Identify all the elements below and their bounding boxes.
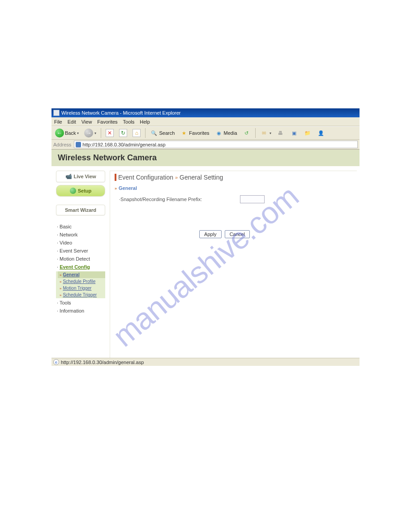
forward-arrow-icon: → (84, 129, 93, 137)
history-icon: ↺ (243, 129, 251, 137)
star-icon: ★ (180, 129, 188, 137)
app-icon (53, 110, 60, 116)
separator (101, 128, 101, 138)
filename-prefix-input[interactable] (240, 195, 265, 203)
sidebar-item-video[interactable]: · Video (56, 239, 105, 247)
menu-file[interactable]: File (54, 119, 62, 124)
subsection-general: General (115, 185, 352, 191)
sidebar-subitem-schedule-trigger[interactable]: Schedule Trigger (58, 292, 105, 298)
address-bar: Address http://192.168.0.30/admin/genera… (51, 140, 360, 150)
back-button[interactable]: ←Back▾ (53, 128, 81, 138)
setup-button[interactable]: Setup (56, 185, 105, 197)
camera-icon: 📹 (65, 173, 72, 180)
favorites-button[interactable]: ★Favorites (178, 128, 211, 138)
home-icon: ⌂ (133, 129, 141, 137)
menu-tools[interactable]: Tools (123, 119, 135, 124)
stop-button[interactable]: ✕ (104, 128, 116, 138)
dropdown-icon: ▾ (270, 131, 271, 135)
separator (255, 128, 256, 138)
menu-view[interactable]: View (81, 119, 92, 124)
messenger-icon: 👤 (317, 129, 325, 137)
window-title: Wireless Network Camera - Microsoft Inte… (61, 110, 181, 116)
folder-button[interactable]: 📁 (302, 128, 313, 138)
separator (145, 128, 146, 138)
filename-prefix-label: ·Snapshot/Recording Filename Prefix: (119, 197, 240, 202)
sidebar-item-information[interactable]: · Information (56, 307, 105, 315)
page-header: Wireless Network Camera (51, 150, 360, 166)
toolbar: ←Back▾ →▾ ✕ ↻ ⌂ 🔍Search ★Favorites ◉Medi… (51, 126, 360, 140)
back-arrow-icon: ← (55, 129, 64, 137)
apply-button[interactable]: Apply (199, 230, 222, 238)
home-button[interactable]: ⌂ (131, 128, 142, 138)
sidebar-item-tools[interactable]: · Tools (56, 299, 105, 307)
mail-icon: ✉ (260, 129, 268, 137)
refresh-button[interactable]: ↻ (117, 128, 129, 138)
search-button[interactable]: 🔍Search (148, 128, 176, 138)
page-icon (76, 142, 81, 147)
folder-icon: 📁 (304, 129, 312, 137)
sidebar-item-event-server[interactable]: · Event Server (56, 247, 105, 255)
smart-wizard-button[interactable]: Smart Wizard (56, 205, 105, 215)
refresh-icon: ↻ (119, 129, 127, 137)
edit-button[interactable]: ▣ (288, 128, 300, 138)
cancel-button[interactable]: Cancel (225, 230, 250, 238)
sidebar-item-basic[interactable]: · Basic (56, 223, 105, 231)
chevron-icon: » (175, 175, 178, 180)
ie-icon: e (53, 359, 59, 365)
live-view-button[interactable]: 📹Live View (56, 171, 105, 182)
dropdown-icon: ▾ (94, 131, 96, 135)
media-icon: ◉ (215, 129, 223, 137)
sidebar-subitem-schedule-profile[interactable]: Schedule Profile (58, 278, 105, 285)
address-label: Address (53, 142, 71, 147)
accent-bar (115, 174, 116, 181)
sidebar: 📹Live View Setup Smart Wizard · Basic· N… (56, 171, 105, 358)
history-button[interactable]: ↺ (241, 128, 253, 138)
menu-help[interactable]: Help (140, 119, 150, 124)
sidebar-item-network[interactable]: · Network (56, 231, 105, 239)
media-button[interactable]: ◉Media (213, 128, 239, 138)
sidebar-subitem-motion-trigger[interactable]: Motion Trigger (58, 285, 105, 292)
print-icon: 🖶 (277, 129, 285, 137)
forward-button[interactable]: →▾ (82, 128, 98, 138)
status-text: http://192.168.0.30/admin/general.asp (61, 360, 144, 365)
edit-icon: ▣ (290, 129, 298, 137)
main-panel: Event Configuration » General Setting Ge… (110, 171, 357, 358)
page-title: Wireless Network Camera (58, 153, 353, 163)
address-field[interactable]: http://192.168.0.30/admin/general.asp (74, 141, 358, 148)
section-title: Event Configuration » General Setting (115, 174, 352, 181)
address-url: http://192.168.0.30/admin/general.asp (82, 142, 165, 147)
messenger-button[interactable]: 👤 (315, 128, 327, 138)
menu-favorites[interactable]: Favorites (97, 119, 117, 124)
status-bar: e http://192.168.0.30/admin/general.asp (51, 358, 360, 366)
sidebar-item-event-config[interactable]: · Event Config (56, 263, 105, 271)
sidebar-subitem-general[interactable]: General (58, 271, 105, 278)
window-title-bar: Wireless Network Camera - Microsoft Inte… (51, 108, 360, 117)
sidebar-item-motion-detect[interactable]: · Motion Detect (56, 255, 105, 263)
menu-edit[interactable]: Edit (68, 119, 76, 124)
arrow-icon (70, 188, 76, 194)
mail-button[interactable]: ✉▾ (258, 128, 273, 138)
dropdown-icon: ▾ (77, 131, 79, 135)
menu-bar: File Edit View Favorites Tools Help (51, 117, 360, 126)
print-button[interactable]: 🖶 (275, 128, 287, 138)
search-icon: 🔍 (150, 129, 158, 137)
stop-icon: ✕ (106, 129, 114, 137)
